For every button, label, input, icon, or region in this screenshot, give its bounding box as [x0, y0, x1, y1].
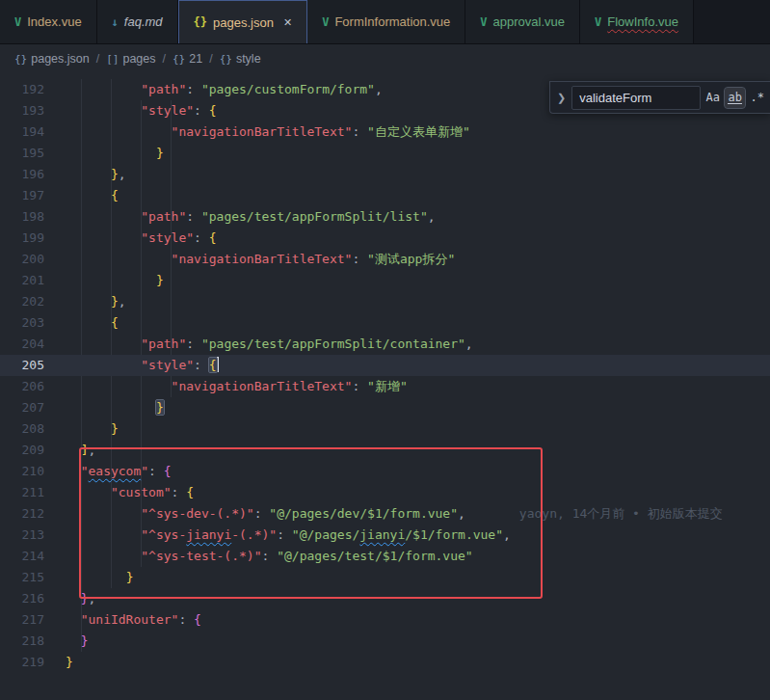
- line-content: }: [66, 143, 164, 164]
- code-line-206[interactable]: 206 "navigationBarTitleText": "新增": [0, 376, 770, 397]
- tab-bar: VIndex.vue↓faq.md{}pages.json✕VFormInfor…: [0, 0, 770, 44]
- line-content: }: [66, 397, 164, 418]
- find-input[interactable]: [571, 86, 701, 110]
- line-number[interactable]: 194: [0, 121, 44, 143]
- line-number[interactable]: 208: [0, 418, 44, 440]
- breadcrumb-label: style: [236, 52, 261, 66]
- braces-symbol-icon: {}: [220, 53, 232, 66]
- line-number[interactable]: 210: [0, 461, 44, 482]
- tab-approval.vue[interactable]: Vapproval.vue: [465, 0, 580, 43]
- line-number[interactable]: 213: [0, 525, 44, 546]
- line-number[interactable]: 198: [0, 206, 44, 228]
- line-number[interactable]: 206: [0, 376, 44, 397]
- whole-word-button[interactable]: ab: [725, 88, 745, 108]
- tab-FlowInfo.vue[interactable]: VFlowInfo.vue: [580, 0, 694, 43]
- line-content: {: [66, 312, 119, 334]
- line-content: {: [66, 185, 119, 206]
- code-line-201[interactable]: 201 }: [0, 270, 770, 291]
- line-number[interactable]: 195: [0, 143, 44, 164]
- vue-file-icon: V: [322, 15, 329, 29]
- code-line-207[interactable]: 207 }: [0, 397, 770, 418]
- regex-button[interactable]: .*: [747, 88, 767, 108]
- line-content: }: [66, 270, 164, 291]
- line-number[interactable]: 216: [0, 588, 44, 609]
- code-line-219[interactable]: 219}: [0, 652, 770, 673]
- code-line-204[interactable]: 204 "path": "pages/test/appFormSplit/con…: [0, 334, 770, 355]
- tab-label: FlowInfo.vue: [607, 14, 678, 29]
- code-line-214[interactable]: 214 "^sys-test-(.*)": "@/pages/test/$1/f…: [0, 546, 770, 567]
- line-number[interactable]: 215: [0, 567, 44, 588]
- line-number[interactable]: 204: [0, 334, 44, 355]
- vue-file-icon: V: [595, 15, 601, 29]
- line-number[interactable]: 218: [0, 631, 44, 652]
- breadcrumb: {}pages.json/[]pages/{}21/{}style: [0, 44, 770, 73]
- breadcrumb-item-pages[interactable]: []pages: [106, 52, 155, 66]
- code-line-203[interactable]: 203 {: [0, 312, 770, 334]
- line-number[interactable]: 197: [0, 185, 44, 206]
- line-content: "^sys-jianyi-(.*)": "@/pages/jianyi/$1/f…: [66, 525, 511, 546]
- code-line-210[interactable]: 210 "easycom": {: [0, 461, 770, 482]
- line-content: }: [66, 631, 88, 652]
- code-line-200[interactable]: 200 "navigationBarTitleText": "测试app拆分": [0, 249, 770, 270]
- line-content: },: [66, 164, 126, 185]
- code-line-209[interactable]: 209 ],: [0, 440, 770, 461]
- code-line-205[interactable]: 205 "style": {: [0, 355, 770, 376]
- code-line-202[interactable]: 202 },: [0, 291, 770, 312]
- line-number[interactable]: 207: [0, 397, 44, 418]
- line-content: "easycom": {: [66, 461, 172, 482]
- braces-symbol-icon: {}: [14, 53, 27, 66]
- code-line-215[interactable]: 215 }: [0, 567, 770, 588]
- match-case-button[interactable]: Aa: [703, 88, 723, 108]
- line-content: "path": "pages/test/appFormSplit/list",: [66, 206, 436, 228]
- breadcrumb-separator: /: [96, 52, 99, 66]
- line-number[interactable]: 200: [0, 249, 44, 270]
- close-icon[interactable]: ✕: [283, 16, 292, 29]
- code-line-217[interactable]: 217 "uniIdRouter": {: [0, 609, 770, 631]
- line-content: "uniIdRouter": {: [66, 609, 201, 631]
- code-line-212[interactable]: 212 "^sys-dev-(.*)": "@/pages/dev/$1/for…: [0, 503, 770, 525]
- line-content: "navigationBarTitleText": "测试app拆分": [66, 249, 455, 270]
- line-number[interactable]: 196: [0, 164, 44, 185]
- line-number[interactable]: 209: [0, 440, 44, 461]
- breadcrumb-item-style[interactable]: {}style: [220, 52, 261, 66]
- code-line-218[interactable]: 218 }: [0, 631, 770, 652]
- code-line-211[interactable]: 211 "custom": {: [0, 482, 770, 503]
- line-content: "^sys-test-(.*)": "@/pages/test/$1/form.…: [66, 546, 473, 567]
- tab-pages.json[interactable]: {}pages.json✕: [178, 0, 308, 43]
- toggle-replace-icon[interactable]: ❯: [550, 92, 571, 104]
- line-number[interactable]: 219: [0, 652, 44, 673]
- code-line-199[interactable]: 199 "style": {: [0, 228, 770, 249]
- line-content: "navigationBarTitleText": "新增": [66, 376, 408, 397]
- line-number[interactable]: 214: [0, 546, 44, 567]
- line-number[interactable]: 202: [0, 291, 44, 312]
- code-line-196[interactable]: 196 },: [0, 164, 770, 185]
- line-content: "navigationBarTitleText": "自定义表单新增": [66, 121, 470, 143]
- line-number[interactable]: 217: [0, 609, 44, 631]
- code-line-213[interactable]: 213 "^sys-jianyi-(.*)": "@/pages/jianyi/…: [0, 525, 770, 546]
- tab-faq.md[interactable]: ↓faq.md: [97, 0, 178, 43]
- line-number[interactable]: 203: [0, 312, 44, 334]
- tab-Index.vue[interactable]: VIndex.vue: [0, 0, 97, 43]
- code-line-194[interactable]: 194 "navigationBarTitleText": "自定义表单新增": [0, 121, 770, 143]
- json-file-icon: {}: [194, 15, 207, 29]
- editor: 192 "path": "pages/customForm/form",193 …: [0, 73, 770, 700]
- tab-label: approval.vue: [493, 14, 565, 29]
- code-line-198[interactable]: 198 "path": "pages/test/appFormSplit/lis…: [0, 206, 770, 228]
- tab-FormInformation.vue[interactable]: VFormInformation.vue: [307, 0, 465, 43]
- brackets-symbol-icon: []: [106, 53, 119, 66]
- breadcrumb-item-21[interactable]: {}21: [173, 52, 202, 66]
- line-number[interactable]: 192: [0, 79, 44, 100]
- tab-label: pages.json: [213, 15, 274, 30]
- code-line-195[interactable]: 195 }: [0, 143, 770, 164]
- code-line-197[interactable]: 197 {: [0, 185, 770, 206]
- code-line-208[interactable]: 208 }: [0, 418, 770, 440]
- line-number[interactable]: 199: [0, 228, 44, 249]
- line-number[interactable]: 205: [0, 355, 44, 376]
- code-line-216[interactable]: 216 },: [0, 588, 770, 609]
- breadcrumb-item-pages.json[interactable]: {}pages.json: [14, 52, 90, 66]
- line-number[interactable]: 201: [0, 270, 44, 291]
- line-number[interactable]: 211: [0, 482, 44, 503]
- line-number[interactable]: 193: [0, 100, 44, 121]
- line-number[interactable]: 212: [0, 503, 44, 525]
- line-content: }: [66, 418, 119, 440]
